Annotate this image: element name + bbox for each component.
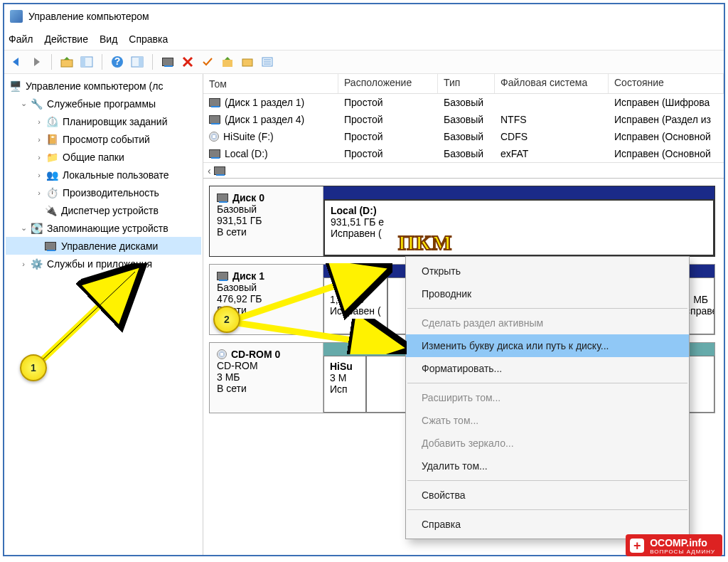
- volume-type: Базовый: [438, 95, 495, 110]
- ctx-properties[interactable]: Свойства: [406, 484, 689, 507]
- twisty-icon[interactable]: ›: [34, 135, 44, 144]
- partition-local-d[interactable]: Local (D:) 931,51 ГБ е Исправен (: [323, 199, 714, 256]
- volume-fs: CDFS: [495, 129, 609, 144]
- tree-performance[interactable]: ›⏱️Производительность: [6, 184, 201, 201]
- twisty-icon[interactable]: ›: [34, 153, 44, 161]
- svg-line-14: [36, 272, 135, 366]
- tree-scheduler[interactable]: ›⏲️Планировщик заданий: [6, 112, 201, 130]
- twisty-icon[interactable]: ›: [34, 171, 44, 179]
- partition-hisuite[interactable]: HiSu 3 М Исп: [323, 356, 366, 413]
- delete-button[interactable]: [180, 54, 196, 70]
- device-icon: 🔌: [44, 204, 57, 217]
- twisty-icon[interactable]: ⌄: [18, 223, 28, 233]
- help-button[interactable]: ?: [109, 54, 125, 70]
- tree-device-manager[interactable]: 🔌Диспетчер устройств: [6, 201, 201, 219]
- check-button[interactable]: [200, 54, 215, 70]
- volume-list-header[interactable]: Том Расположение Тип Файловая система Со…: [203, 74, 724, 94]
- tree-root[interactable]: 🖥️Управление компьютером (лс: [6, 77, 201, 95]
- svg-rect-8: [242, 59, 252, 66]
- tree-shared-folders[interactable]: ›📁Общие папки: [6, 148, 201, 166]
- partition-size: 931,51 ГБ е: [331, 216, 707, 228]
- svg-text:?: ?: [114, 55, 121, 67]
- volume-row[interactable]: HiSuite (F:) Простой Базовый CDFS Исправ…: [203, 128, 724, 145]
- ctx-explorer[interactable]: Проводник: [406, 282, 689, 305]
- disk-0-partitions: Local (D:) 931,51 ГБ е Исправен (: [323, 186, 714, 256]
- show-tree-button[interactable]: [79, 54, 95, 70]
- partition-name: Local (D:): [331, 205, 707, 216]
- volume-list[interactable]: Том Расположение Тип Файловая система Со…: [203, 74, 724, 179]
- perf-icon: ⏱️: [46, 186, 58, 199]
- twisty-icon[interactable]: ›: [18, 260, 28, 268]
- menu-file[interactable]: Файл: [9, 33, 33, 45]
- ctx-format[interactable]: Форматировать...: [406, 357, 689, 380]
- volume-state: Исправен (Основной: [609, 129, 724, 144]
- volume-type: Базовый: [438, 129, 495, 144]
- volume-fs: NTFS: [495, 112, 609, 127]
- disk-status: В сети: [217, 383, 316, 394]
- titlebar: Управление компьютером: [4, 4, 724, 28]
- users-icon: 👥: [46, 169, 58, 181]
- tree-label: Запоминающие устройств: [47, 223, 168, 234]
- volume-state: Исправен (Шифрова: [609, 95, 724, 110]
- computer-icon: 🖥️: [9, 80, 21, 92]
- menu-help[interactable]: Справка: [129, 33, 168, 45]
- volume-state: Исправен (Раздел из: [609, 112, 724, 127]
- disk-0-info: Диск 0 Базовый 931,51 ГБ В сети: [210, 186, 323, 256]
- volume-row-partial[interactable]: ‹ Windows (C:): [203, 162, 724, 178]
- disk-icon: [209, 115, 220, 124]
- menu-view[interactable]: Вид: [100, 33, 117, 45]
- pane-button[interactable]: [129, 54, 145, 70]
- tree-label: Планировщик заданий: [63, 116, 167, 127]
- folder-up-button[interactable]: [220, 54, 235, 70]
- col-state[interactable]: Состояние: [609, 74, 724, 93]
- folder-button[interactable]: [240, 54, 255, 70]
- ctx-open[interactable]: Открыть: [406, 260, 689, 282]
- tree-label: Диспетчер устройств: [61, 205, 159, 216]
- ctx-separator: [407, 308, 687, 309]
- tree-storage[interactable]: ⌄💽Запоминающие устройств: [6, 219, 201, 237]
- disk-status: В сети: [217, 226, 316, 238]
- twisty-icon[interactable]: ⌄: [18, 99, 28, 108]
- volume-state: Исправен (Основной: [609, 147, 724, 161]
- drive-button[interactable]: [160, 54, 176, 70]
- col-filesystem[interactable]: Файловая система: [495, 74, 609, 93]
- volume-name: (Диск 1 раздел 4): [225, 114, 304, 125]
- ctx-delete[interactable]: Удалить том...: [406, 455, 689, 477]
- context-menu[interactable]: Открыть Проводник Сделать раздел активны…: [405, 256, 690, 539]
- ctx-help[interactable]: Справка: [406, 513, 689, 536]
- tree-label: Служебные программы: [47, 98, 156, 110]
- tree-local-users[interactable]: ›👥Локальные пользовате: [6, 166, 201, 184]
- cd-icon: [209, 132, 219, 142]
- twisty-icon[interactable]: ›: [34, 189, 44, 197]
- volume-row[interactable]: Local (D:) Простой Базовый exFAT Исправе…: [203, 145, 724, 162]
- tree-label: Общие папки: [63, 152, 124, 163]
- menu-action[interactable]: Действие: [44, 33, 88, 45]
- list-button[interactable]: [259, 54, 275, 70]
- col-type[interactable]: Тип: [438, 74, 495, 93]
- tree-system-tools[interactable]: ⌄🔧Служебные программы: [6, 95, 201, 112]
- disk-0-block[interactable]: Диск 0 Базовый 931,51 ГБ В сети Local (D…: [209, 186, 715, 257]
- volume-layout: Простой: [338, 147, 438, 161]
- svg-line-16: [232, 322, 400, 347]
- col-volume[interactable]: Том: [203, 74, 338, 93]
- disk-size: 3 МБ: [217, 371, 316, 383]
- menubar[interactable]: Файл Действие Вид Справка: [4, 28, 724, 50]
- tree-disk-management[interactable]: Управление дисками: [6, 237, 201, 255]
- volume-row[interactable]: (Диск 1 раздел 1) Простой Базовый Исправ…: [203, 94, 724, 111]
- tree-label: Локальные пользовате: [63, 169, 169, 181]
- ctx-change-letter[interactable]: Изменить букву диска или путь к диску...: [406, 334, 689, 357]
- back-button[interactable]: [9, 54, 24, 70]
- volume-row[interactable]: (Диск 1 раздел 4) Простой Базовый NTFS И…: [203, 111, 724, 128]
- share-icon: 📁: [46, 151, 58, 164]
- forward-button[interactable]: [28, 54, 44, 70]
- up-folder-button[interactable]: [59, 54, 75, 70]
- disk-icon: [217, 272, 228, 280]
- volume-type: Базовый: [438, 147, 495, 161]
- watermark-sub: ВОПРОСЫ АДМИНУ: [650, 548, 715, 555]
- col-layout[interactable]: Расположение: [338, 74, 438, 93]
- volume-fs: [495, 101, 609, 104]
- tree-event-viewer[interactable]: ›📔Просмотр событий: [6, 130, 201, 148]
- disk-icon: [209, 149, 220, 158]
- partition-strip: [323, 186, 714, 199]
- twisty-icon[interactable]: ›: [34, 117, 44, 126]
